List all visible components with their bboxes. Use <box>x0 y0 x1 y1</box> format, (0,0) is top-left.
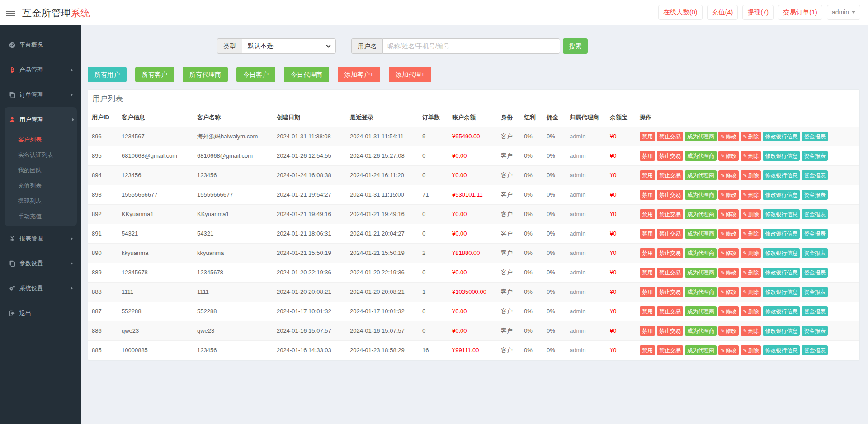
action-1[interactable]: 禁止交易 <box>657 287 683 297</box>
sidebar-subitem-3[interactable]: 充值列表 <box>5 178 77 193</box>
action-2[interactable]: 成为代理商 <box>685 229 717 239</box>
action-0[interactable]: 禁用 <box>640 306 655 316</box>
action-5[interactable]: 修改银行信息 <box>763 287 800 297</box>
action-5[interactable]: 修改银行信息 <box>763 248 800 258</box>
sidebar-subitem-0[interactable]: 客户列表 <box>5 132 77 147</box>
sidebar-subitem-5[interactable]: 手动充值 <box>5 209 77 224</box>
action-1[interactable]: 禁止交易 <box>657 229 683 239</box>
action-4-with-pencil-icon[interactable]: ✎删除 <box>741 229 761 239</box>
action-1[interactable]: 禁止交易 <box>657 209 683 219</box>
action-1[interactable]: 禁止交易 <box>657 306 683 316</box>
toolbar-button-5[interactable]: 添加客户+ <box>338 67 380 82</box>
action-6[interactable]: 资金报表 <box>802 248 828 258</box>
action-2[interactable]: 成为代理商 <box>685 326 717 336</box>
sidebar-item-0[interactable]: 平台概况 <box>0 33 81 57</box>
action-4-with-pencil-icon[interactable]: ✎删除 <box>741 190 761 200</box>
action-5[interactable]: 修改银行信息 <box>763 190 800 200</box>
action-6[interactable]: 资金报表 <box>802 209 828 219</box>
toolbar-button-4[interactable]: 今日代理商 <box>284 67 329 82</box>
action-2[interactable]: 成为代理商 <box>685 151 717 161</box>
action-3-with-pencil-icon[interactable]: ✎修改 <box>718 287 739 297</box>
sidebar-subitem-2[interactable]: 我的团队 <box>5 163 77 178</box>
action-1[interactable]: 禁止交易 <box>657 170 683 180</box>
action-0[interactable]: 禁用 <box>640 248 655 258</box>
action-1[interactable]: 禁止交易 <box>657 268 683 278</box>
sidebar-item-6[interactable]: 系统设置 <box>0 276 81 301</box>
action-3-with-pencil-icon[interactable]: ✎修改 <box>718 209 739 219</box>
toolbar-button-6[interactable]: 添加代理+ <box>389 67 431 82</box>
action-1[interactable]: 禁止交易 <box>657 132 683 141</box>
hamburger-menu-icon[interactable] <box>6 11 15 17</box>
search-button[interactable]: 搜索 <box>563 38 588 54</box>
action-3-with-pencil-icon[interactable]: ✎修改 <box>718 248 739 258</box>
action-0[interactable]: 禁用 <box>640 345 655 355</box>
sidebar-item-1[interactable]: 产品管理 <box>0 57 81 82</box>
action-2[interactable]: 成为代理商 <box>685 132 717 141</box>
action-3-with-pencil-icon[interactable]: ✎修改 <box>718 268 739 278</box>
action-6[interactable]: 资金报表 <box>802 132 828 141</box>
action-3-with-pencil-icon[interactable]: ✎修改 <box>718 229 739 239</box>
action-3-with-pencil-icon[interactable]: ✎修改 <box>718 326 739 336</box>
topbar-stat-2[interactable]: 提现(7) <box>742 5 774 20</box>
topbar-stat-0[interactable]: 在线人数(0) <box>658 5 703 20</box>
user-menu[interactable]: admin <box>827 5 860 20</box>
action-0[interactable]: 禁用 <box>640 287 655 297</box>
action-3-with-pencil-icon[interactable]: ✎修改 <box>718 345 739 355</box>
action-4-with-pencil-icon[interactable]: ✎删除 <box>741 345 761 355</box>
action-1[interactable]: 禁止交易 <box>657 151 683 161</box>
action-2[interactable]: 成为代理商 <box>685 345 717 355</box>
action-1[interactable]: 禁止交易 <box>657 345 683 355</box>
action-3-with-pencil-icon[interactable]: ✎修改 <box>718 190 739 200</box>
action-0[interactable]: 禁用 <box>640 151 655 161</box>
action-3-with-pencil-icon[interactable]: ✎修改 <box>718 306 739 316</box>
toolbar-button-3[interactable]: 今日客户 <box>236 67 275 82</box>
topbar-stat-3[interactable]: 交易订单(1) <box>778 5 822 20</box>
sidebar-subitem-4[interactable]: 提现列表 <box>5 193 77 209</box>
action-5[interactable]: 修改银行信息 <box>763 132 800 141</box>
action-1[interactable]: 禁止交易 <box>657 326 683 336</box>
action-5[interactable]: 修改银行信息 <box>763 306 800 316</box>
action-5[interactable]: 修改银行信息 <box>763 345 800 355</box>
sidebar-item-2[interactable]: 订单管理 <box>0 82 81 107</box>
action-2[interactable]: 成为代理商 <box>685 287 717 297</box>
action-5[interactable]: 修改银行信息 <box>763 151 800 161</box>
action-6[interactable]: 资金报表 <box>802 170 828 180</box>
action-2[interactable]: 成为代理商 <box>685 170 717 180</box>
action-5[interactable]: 修改银行信息 <box>763 209 800 219</box>
sidebar-item-4[interactable]: 报表管理 <box>0 226 81 251</box>
action-1[interactable]: 禁止交易 <box>657 190 683 200</box>
username-input[interactable] <box>387 42 555 50</box>
action-4-with-pencil-icon[interactable]: ✎删除 <box>741 287 761 297</box>
action-5[interactable]: 修改银行信息 <box>763 326 800 336</box>
action-3-with-pencil-icon[interactable]: ✎修改 <box>718 132 739 141</box>
action-6[interactable]: 资金报表 <box>802 287 828 297</box>
action-6[interactable]: 资金报表 <box>802 229 828 239</box>
action-5[interactable]: 修改银行信息 <box>763 170 800 180</box>
action-6[interactable]: 资金报表 <box>802 190 828 200</box>
sidebar-item-3[interactable]: 用户管理 <box>5 107 77 132</box>
action-5[interactable]: 修改银行信息 <box>763 268 800 278</box>
action-6[interactable]: 资金报表 <box>802 326 828 336</box>
action-2[interactable]: 成为代理商 <box>685 248 717 258</box>
action-0[interactable]: 禁用 <box>640 190 655 200</box>
type-select[interactable]: 默认不选 <box>242 38 336 54</box>
action-0[interactable]: 禁用 <box>640 268 655 278</box>
action-2[interactable]: 成为代理商 <box>685 268 717 278</box>
action-4-with-pencil-icon[interactable]: ✎删除 <box>741 209 761 219</box>
action-4-with-pencil-icon[interactable]: ✎删除 <box>741 170 761 180</box>
action-3-with-pencil-icon[interactable]: ✎修改 <box>718 170 739 180</box>
toolbar-button-1[interactable]: 所有客户 <box>135 67 174 82</box>
sidebar-item-7[interactable]: 退出 <box>0 301 81 325</box>
action-6[interactable]: 资金报表 <box>802 345 828 355</box>
action-1[interactable]: 禁止交易 <box>657 248 683 258</box>
action-4-with-pencil-icon[interactable]: ✎删除 <box>741 268 761 278</box>
action-0[interactable]: 禁用 <box>640 170 655 180</box>
action-5[interactable]: 修改银行信息 <box>763 229 800 239</box>
action-2[interactable]: 成为代理商 <box>685 209 717 219</box>
action-6[interactable]: 资金报表 <box>802 306 828 316</box>
action-2[interactable]: 成为代理商 <box>685 306 717 316</box>
toolbar-button-0[interactable]: 所有用户 <box>88 67 127 82</box>
action-4-with-pencil-icon[interactable]: ✎删除 <box>741 151 761 161</box>
action-6[interactable]: 资金报表 <box>802 151 828 161</box>
action-0[interactable]: 禁用 <box>640 326 655 336</box>
